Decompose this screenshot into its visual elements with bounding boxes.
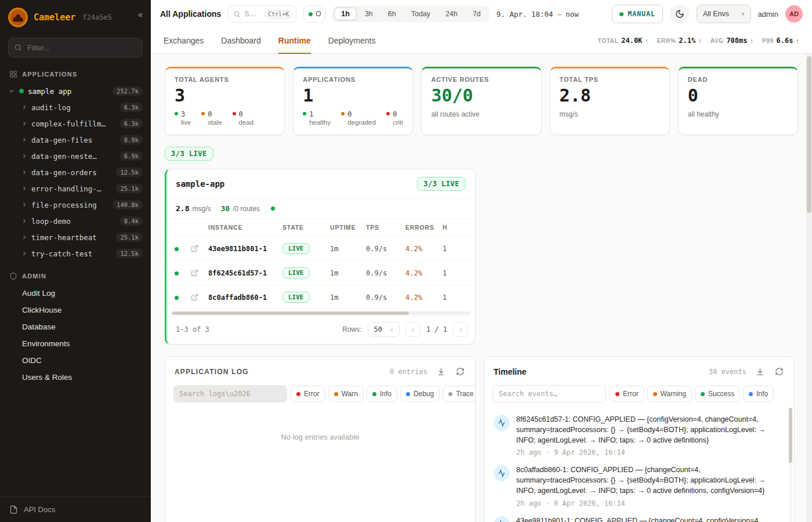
horizontal-scrollbar[interactable] bbox=[171, 311, 470, 315]
external-link-icon[interactable] bbox=[191, 293, 201, 301]
refresh-icon[interactable] bbox=[774, 366, 785, 377]
sidebar-tree-item[interactable]: timer-heartbeat 25.1k bbox=[0, 229, 151, 245]
timeline-event[interactable]: 8c0affadb860-1: CONFIG_APPLIED — {change… bbox=[494, 465, 786, 507]
sidebar-tree-item[interactable]: data-gen-orders 12.5k bbox=[0, 164, 151, 180]
state-badge: LIVE bbox=[282, 243, 310, 254]
time-range-24h[interactable]: 24h bbox=[438, 8, 465, 20]
external-link-icon[interactable] bbox=[191, 245, 201, 252]
timeline-events-count: 38 events bbox=[709, 368, 746, 376]
tab-deployments[interactable]: Deployments bbox=[328, 28, 376, 53]
sidebar-tree-item[interactable]: file-processing 140.8k bbox=[0, 197, 151, 213]
next-page-button[interactable]: › bbox=[453, 322, 468, 337]
sidebar-admin-item[interactable]: Users & Roles bbox=[0, 369, 151, 386]
route-name: file-processing bbox=[31, 201, 97, 209]
download-icon[interactable] bbox=[436, 366, 447, 377]
chevron-right-icon bbox=[21, 104, 28, 111]
log-filter-chip[interactable]: Info bbox=[367, 386, 397, 402]
count-badge: 12.5k bbox=[116, 168, 143, 177]
tab-runtime[interactable]: Runtime bbox=[278, 28, 311, 53]
global-search[interactable]: S… Ctrl+K bbox=[228, 5, 296, 23]
rows-label: Rows: bbox=[342, 325, 361, 334]
dark-mode-toggle[interactable] bbox=[670, 4, 690, 24]
sidebar-item-sample-app[interactable]: sample app 252.7k bbox=[0, 83, 151, 99]
instance-id[interactable]: 8c0affadb860-1 bbox=[205, 285, 279, 310]
app-health-dot bbox=[19, 89, 24, 93]
collapse-sidebar-button[interactable]: « bbox=[136, 7, 145, 21]
sidebar-admin-item[interactable]: Audit Log bbox=[0, 285, 151, 302]
chevron-right-icon bbox=[21, 169, 28, 176]
metric: ERR% 2.1% ↑ bbox=[657, 37, 702, 45]
time-range-7d[interactable]: 7d bbox=[466, 8, 488, 20]
refresh-icon[interactable] bbox=[455, 366, 466, 377]
sidebar-admin-item[interactable]: Environments bbox=[0, 335, 151, 352]
sidebar-tree-item[interactable]: loop-demo 8.4k bbox=[0, 213, 151, 229]
time-range-today[interactable]: Today bbox=[404, 8, 437, 20]
instance-id[interactable]: 8f6245c61d57-1 bbox=[205, 261, 279, 285]
page-scrollbar[interactable] bbox=[806, 54, 812, 522]
chevron-right-icon bbox=[21, 153, 28, 160]
online-indicator[interactable]: O bbox=[303, 5, 325, 23]
sidebar-tree-item[interactable]: try-catch-test 12.5k bbox=[0, 245, 151, 262]
build-version: f24a5e5 bbox=[82, 13, 112, 21]
sidebar-tree-item[interactable]: data-gen-files 8.9k bbox=[0, 132, 151, 148]
timeline-search-input[interactable] bbox=[492, 385, 606, 403]
timeline-event[interactable]: 8f6245c61d57-1: CONFIG_APPLIED — {config… bbox=[494, 415, 786, 456]
timeline-filter-chip[interactable]: Info bbox=[743, 386, 774, 402]
activity-icon bbox=[494, 465, 510, 481]
tps-cell: 0.9/s bbox=[362, 261, 402, 285]
timeline-scrollbar[interactable] bbox=[789, 408, 792, 522]
log-filter-chip[interactable]: Trace bbox=[443, 386, 476, 402]
time-range-6h[interactable]: 6h bbox=[381, 8, 403, 20]
live-dot bbox=[175, 112, 178, 115]
log-filter-chip[interactable]: Debug bbox=[400, 386, 440, 402]
sidebar-admin-item[interactable]: ClickHouse bbox=[0, 302, 151, 318]
tab-dashboard[interactable]: Dashboard bbox=[221, 28, 261, 53]
sidebar-admin-item[interactable]: OIDC bbox=[0, 352, 151, 369]
instance-row[interactable]: 8c0affadb860-1 LIVE 1m 0.9/s 4.2% 1 bbox=[166, 285, 475, 310]
env-select[interactable]: All Envs ▾ bbox=[697, 5, 751, 23]
avatar[interactable]: AD bbox=[785, 5, 803, 23]
date-range[interactable]: 9. Apr. 18:04 — now bbox=[496, 10, 579, 19]
scrollbar-thumb[interactable] bbox=[172, 311, 409, 315]
scrollbar-thumb[interactable] bbox=[807, 56, 811, 213]
tab-exchanges[interactable]: Exchanges bbox=[164, 28, 204, 53]
sidebar-tree-item[interactable]: complex-fulfillm… 6.3k bbox=[0, 115, 151, 132]
stat-card-total-tps: TOTAL TPS 2.8 msg/s bbox=[550, 67, 670, 135]
chevron-right-icon bbox=[21, 234, 28, 241]
scrollbar-thumb[interactable] bbox=[789, 408, 792, 463]
time-range-1h[interactable]: 1h bbox=[334, 8, 357, 20]
timeline-filter-chip[interactable]: Error bbox=[610, 386, 644, 402]
log-search-input[interactable] bbox=[173, 385, 287, 403]
route-name: data-gen-files bbox=[31, 136, 92, 144]
timeline-event[interactable]: 43ee9811b801-1: CONFIG_APPLIED — {change… bbox=[494, 516, 786, 522]
prev-page-button[interactable]: ‹ bbox=[405, 322, 420, 337]
filter-level-dot bbox=[372, 392, 376, 396]
log-filter-chip[interactable]: Error bbox=[291, 386, 325, 402]
manual-refresh-toggle[interactable]: MANUAL bbox=[612, 5, 663, 23]
online-dot bbox=[309, 12, 313, 16]
app-card-title[interactable]: sample-app bbox=[176, 179, 224, 188]
sidebar-admin-item[interactable]: Database bbox=[0, 318, 151, 335]
search-placeholder: S… bbox=[244, 10, 256, 18]
sidebar-tree-item[interactable]: error-handling-… 25.1k bbox=[0, 180, 151, 197]
overview-live-chip[interactable]: 3/3 LIVE bbox=[165, 147, 213, 161]
instance-row[interactable]: 43ee9811b801-1 LIVE 1m 0.9/s 4.2% 1 bbox=[166, 237, 475, 261]
filter-input[interactable] bbox=[8, 38, 143, 57]
timeline-filter-chip[interactable]: Success bbox=[695, 386, 740, 402]
sidebar-tree-item[interactable]: audit-log 6.3k bbox=[0, 99, 151, 115]
chevron-right-icon bbox=[21, 136, 28, 143]
download-icon[interactable] bbox=[755, 366, 766, 377]
time-range-3h[interactable]: 3h bbox=[358, 8, 380, 20]
sidebar: Cameleer f24a5e5 « APPLICATIONS sample a… bbox=[0, 0, 151, 522]
api-docs-link[interactable]: API Docs bbox=[0, 496, 151, 522]
rows-per-page-select[interactable]: 50 ▾ bbox=[368, 322, 400, 337]
timeline-filter-chip[interactable]: Warning bbox=[647, 386, 692, 402]
instance-id[interactable]: 43ee9811b801-1 bbox=[205, 237, 279, 261]
stat-card-dead: DEAD 0 all healthy bbox=[678, 67, 798, 135]
log-filter-chip[interactable]: Warn bbox=[328, 386, 364, 402]
route-name: try-catch-test bbox=[31, 249, 92, 258]
sidebar-tree-item[interactable]: data-gen-neste… 6.9k bbox=[0, 148, 151, 164]
instance-row[interactable]: 8f6245c61d57-1 LIVE 1m 0.9/s 4.2% 1 bbox=[166, 261, 475, 285]
app-tree: audit-log 6.3k complex-fulfillm… 6.3k da… bbox=[0, 99, 151, 262]
external-link-icon[interactable] bbox=[191, 269, 201, 277]
